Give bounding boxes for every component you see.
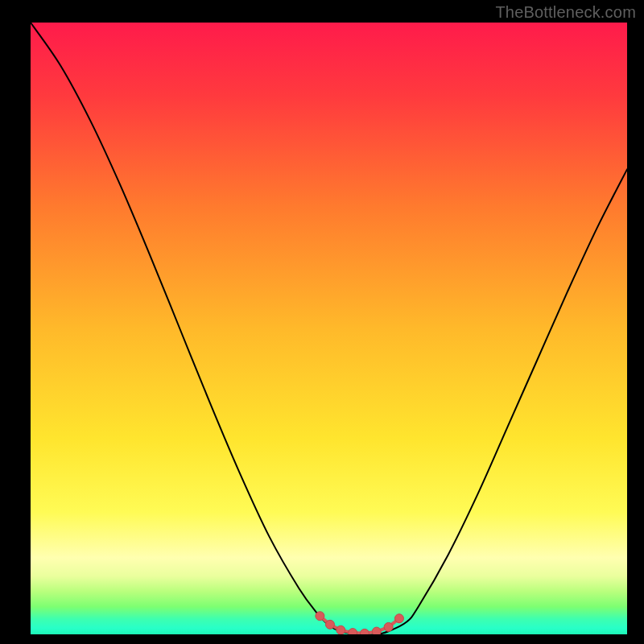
plot-area xyxy=(31,23,627,634)
valley-marker xyxy=(384,622,393,631)
bottleneck-plot-svg xyxy=(31,23,627,634)
valley-marker xyxy=(394,614,403,623)
chart-frame: TheBottleneck.com xyxy=(0,0,644,644)
valley-marker xyxy=(325,620,334,629)
valley-marker xyxy=(349,629,357,634)
valley-marker xyxy=(360,629,369,634)
watermark-text: TheBottleneck.com xyxy=(495,3,636,22)
gradient-background xyxy=(31,23,627,634)
valley-marker xyxy=(336,625,345,634)
valley-marker xyxy=(316,612,324,621)
valley-marker xyxy=(372,627,381,634)
